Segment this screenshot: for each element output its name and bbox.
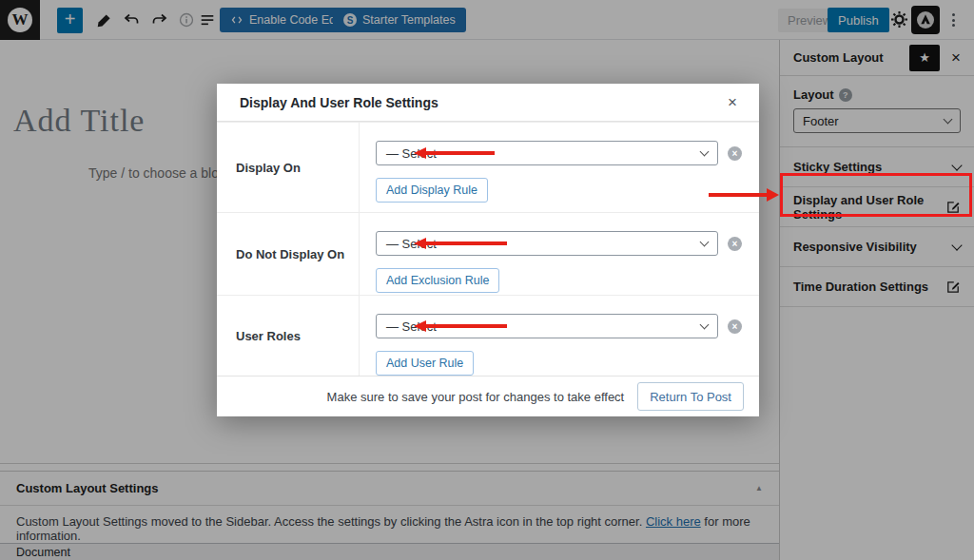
clear-icon: ×	[732, 321, 738, 332]
select-value: — Select —	[386, 237, 452, 251]
chevron-down-icon	[700, 146, 710, 156]
select-value: — Select —	[386, 146, 452, 161]
row-label: Do Not Display On	[217, 213, 360, 295]
modal-row-do-not-display-on: Do Not Display On — Select — × Add Exclu…	[217, 212, 759, 295]
display-user-role-settings-modal: Display And User Role Settings × Display…	[217, 84, 759, 416]
clear-button[interactable]: ×	[728, 237, 742, 251]
modal-row-display-on: Display On — Select — × Add Display Rule	[217, 122, 759, 212]
do-not-display-on-select[interactable]: — Select —	[376, 231, 718, 256]
chevron-down-icon	[700, 237, 710, 246]
clear-button[interactable]: ×	[728, 146, 742, 161]
wordpress-editor-page: W +	[0, 0, 974, 560]
close-icon: ×	[728, 93, 737, 111]
chevron-down-icon	[700, 319, 710, 329]
modal-footer-note: Make sure to save your post for changes …	[327, 390, 625, 404]
add-display-rule-button[interactable]: Add Display Rule	[376, 178, 488, 203]
modal-title: Display And User Role Settings	[240, 95, 438, 110]
return-to-post-button[interactable]: Return To Post	[637, 382, 744, 411]
row-label: Display On	[217, 123, 360, 212]
user-roles-select[interactable]: — Select —	[376, 314, 718, 338]
add-exclusion-rule-button[interactable]: Add Exclusion Rule	[376, 268, 499, 293]
display-on-select[interactable]: — Select —	[376, 141, 718, 165]
clear-button[interactable]: ×	[728, 319, 742, 334]
row-label: User Roles	[217, 296, 360, 376]
clear-icon: ×	[732, 148, 738, 159]
select-value: — Select —	[386, 319, 452, 334]
modal-close-button[interactable]: ×	[723, 93, 742, 112]
add-user-rule-button[interactable]: Add User Rule	[376, 351, 474, 376]
clear-icon: ×	[732, 239, 738, 249]
modal-row-user-roles: User Roles — Select — × Add User Rule	[217, 295, 759, 376]
